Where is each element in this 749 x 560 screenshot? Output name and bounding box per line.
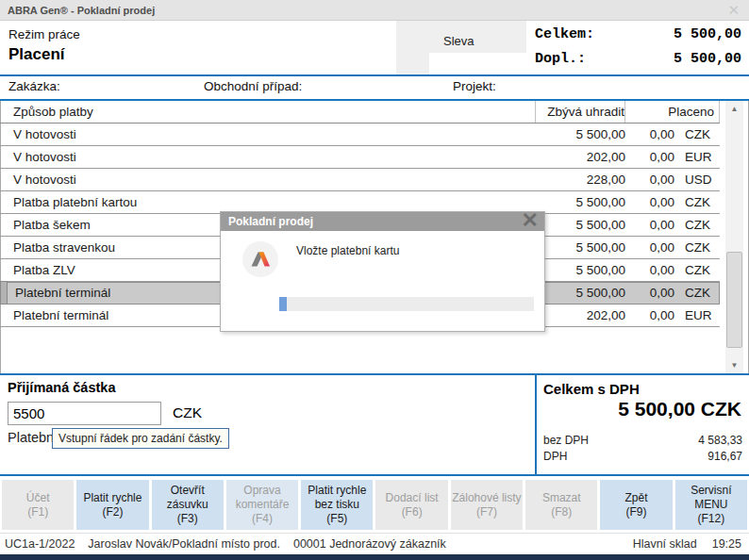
button-zpet-f9[interactable]: Zpět (F9) [600, 480, 672, 530]
payment-terminal-dialog: Pokladní prodej ✕ Vložte platební kartu [220, 211, 545, 332]
cell-paid: 0,00 [625, 173, 674, 187]
dialog-progress-fill [279, 297, 287, 311]
remainder-value: 5 500,00 [674, 47, 741, 72]
vat-value: 916,67 [707, 450, 742, 463]
cell-currency: EUR [674, 308, 720, 322]
remainder-row: Dopl.: 5 500,00 [526, 47, 749, 72]
button-label: Platit rychle bez tisku [301, 484, 373, 512]
total-row: Celkem: 5 500,00 [526, 23, 749, 47]
col-paid: Placeno [625, 101, 720, 123]
button-ucet-f1: Účet (F1) [2, 480, 74, 530]
button-label: Oprava komentáře [226, 484, 298, 512]
dialog-titlebar: Pokladní prodej ✕ [221, 212, 544, 231]
button-key: (F9) [626, 505, 647, 519]
dialog-message: Vložte platební kartu [296, 244, 399, 257]
table-scrollbar[interactable]: ▲ ▼ [725, 101, 743, 373]
cell-paid: 0,00 [625, 195, 674, 209]
table-row[interactable]: V hotovosti 5 500,00 0,00 CZK [0, 124, 720, 146]
cell-remaining: 5 500,00 [535, 195, 625, 209]
button-label: Platit rychle [83, 491, 141, 505]
button-key: (F4) [252, 512, 273, 526]
cell-currency: USD [674, 173, 720, 187]
header-band: Režim práce Placení Sleva Celkem: 5 500,… [0, 21, 749, 74]
discount-zone: Sleva [396, 21, 526, 74]
button-platit-rychle-f2[interactable]: Platit rychle (F2) [76, 480, 148, 530]
bottom-panel: Přijímaná částka CZK Platebn Vstupní řád… [0, 375, 749, 474]
cell-currency: CZK [674, 240, 720, 255]
scroll-up-icon[interactable]: ▲ [725, 101, 743, 117]
without-vat-label: bez DPH [543, 434, 589, 447]
button-label: Účet [26, 491, 50, 505]
work-mode-label: Režim práce [8, 27, 80, 41]
table-header: Způsob platby Zbývá uhradit Placeno [0, 101, 720, 124]
cell-currency: CZK [674, 127, 720, 141]
table-row[interactable]: V hotovosti 228,00 0,00 USD [0, 169, 720, 191]
cell-paid: 0,00 [625, 218, 674, 232]
without-vat-row: bez DPH 4 583,33 [543, 434, 742, 447]
reference-row: Zakázka: Obchodní případ: Projekt: [0, 76, 749, 99]
scrollbar-thumb[interactable] [726, 252, 742, 348]
order-label: Zakázka: [8, 79, 60, 93]
cell-remaining: 5 500,00 [535, 218, 625, 232]
scroll-down-icon[interactable]: ▼ [725, 357, 743, 373]
cell-currency: CZK [674, 195, 720, 209]
button-key: (F1) [27, 505, 48, 519]
header-totals: Celkem: 5 500,00 Dopl.: 5 500,00 [526, 21, 749, 74]
total-with-vat-value: 5 500,00 CZK [543, 398, 741, 420]
col-method: Způsob platby [0, 105, 535, 119]
cell-method: V hotovosti [0, 150, 535, 164]
dialog-title: Pokladní prodej [228, 212, 313, 231]
abra-logo-icon [241, 240, 279, 278]
input-tooltip: Vstupní řádek pro zadání částky. [52, 428, 229, 449]
window-titlebar: ABRA Gen® - Pokladní prodej ✕ [0, 0, 749, 21]
cell-method: Platba platební kartou [0, 195, 535, 209]
button-key: (F8) [551, 505, 572, 519]
function-button-bar: Účet (F1) Platit rychle (F2) Otevřít zás… [0, 476, 749, 533]
button-zalohove-listy-f7: Zálohové listy (F7) [451, 480, 523, 530]
button-label: Zpět [625, 491, 648, 505]
total-label: Celkem: [535, 23, 594, 47]
status-warehouse: Hlavní sklad [633, 537, 697, 551]
cell-currency: CZK [674, 263, 720, 277]
amount-currency-label: CZK [173, 404, 202, 421]
cell-remaining: 202,00 [535, 150, 625, 164]
cell-method: V hotovosti [0, 173, 535, 187]
cell-remaining: 5 500,00 [535, 127, 625, 141]
status-right: Hlavní sklad 19:25 [633, 537, 741, 551]
button-key: (F7) [476, 505, 497, 519]
vat-label: DPH [543, 450, 567, 463]
work-mode-value: Placení [8, 45, 65, 64]
button-smazat-f8: Smazat (F8) [525, 480, 597, 530]
status-document: UC1a-1/2022 [5, 537, 75, 551]
discount-field[interactable] [429, 53, 526, 74]
discount-label: Sleva [443, 34, 474, 48]
cell-remaining: 5 500,00 [535, 263, 625, 277]
cell-paid: 0,00 [625, 308, 674, 322]
button-key: (F12) [697, 512, 724, 526]
button-label: Dodací list [386, 491, 439, 505]
button-platit-rychle-bez-tisku-f5[interactable]: Platit rychle bez tisku (F5) [301, 480, 373, 530]
vat-row: DPH 916,67 [543, 450, 742, 463]
status-customer: 00001 Jednorázový zákazník [293, 537, 446, 551]
amount-input[interactable] [8, 402, 161, 425]
cell-paid: 0,00 [625, 263, 674, 277]
panel-divider [535, 375, 537, 474]
cell-remaining: 5 500,00 [535, 286, 625, 300]
button-oprava-komentare-f4: Oprava komentáře (F4) [226, 480, 298, 530]
button-otevrit-zasuvku-f3[interactable]: Otevřít zásuvku (F3) [152, 480, 224, 530]
remainder-label: Dopl.: [535, 47, 586, 72]
cell-paid: 0,00 [625, 150, 674, 164]
dialog-close-icon[interactable]: ✕ [522, 208, 539, 233]
received-amount-label: Přijímaná částka [8, 380, 115, 395]
cell-paid: 0,00 [625, 286, 674, 300]
business-case-label: Obchodní případ: [204, 79, 302, 93]
bottom-navy-strip [0, 554, 749, 560]
button-servisni-menu-f12[interactable]: Servisní MENU (F12) [675, 480, 747, 530]
cell-remaining: 202,00 [535, 308, 625, 322]
row-selection-indicator [0, 281, 8, 305]
cell-currency: EUR [674, 150, 720, 164]
table-row[interactable]: V hotovosti 202,00 0,00 EUR [0, 146, 720, 169]
button-dodaci-list-f6: Dodací list (F6) [375, 480, 447, 530]
dialog-body: Vložte platební kartu [221, 231, 544, 331]
window-close-icon[interactable]: ✕ [727, 0, 740, 21]
